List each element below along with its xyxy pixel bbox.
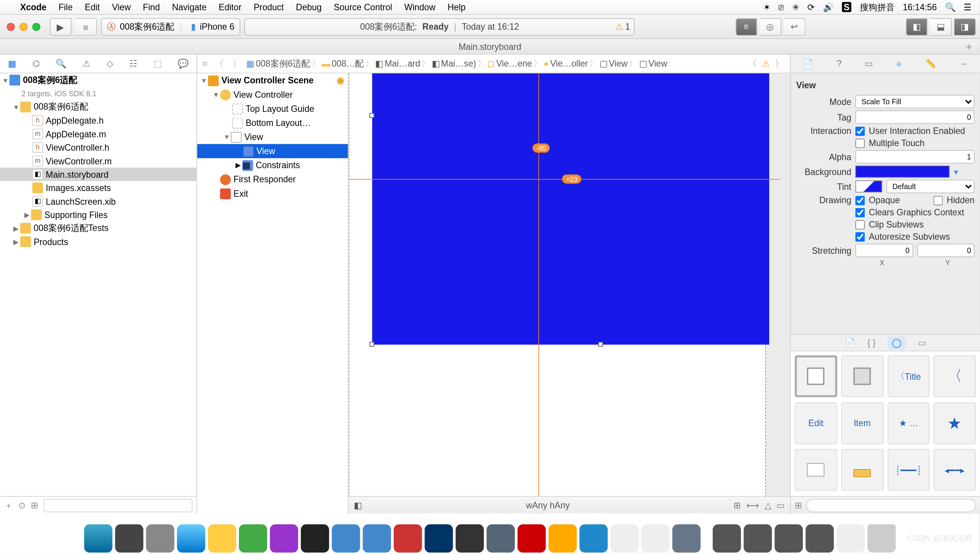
guide-row[interactable]: Top Layout Guide — [197, 102, 348, 116]
dock-terminal[interactable] — [301, 524, 329, 552]
group-row[interactable]: ▶Products — [0, 235, 197, 248]
menu-debug[interactable]: Debug — [296, 2, 322, 12]
toggle-debug-area[interactable]: ⬓ — [930, 18, 952, 35]
recent-filter-icon[interactable]: ⊙ — [18, 500, 25, 510]
opaque-checkbox[interactable] — [855, 196, 865, 205]
status-icon[interactable]: ⟳ — [807, 2, 815, 12]
guide-row[interactable]: Bottom Layout… — [197, 116, 348, 130]
code-snippet-library-icon[interactable]: { } — [867, 337, 876, 348]
library-item[interactable] — [795, 449, 837, 491]
resize-handle[interactable] — [369, 342, 374, 347]
dock-app[interactable] — [425, 524, 453, 552]
issue-navigator-icon[interactable]: ⚠ — [83, 59, 91, 69]
project-tree[interactable]: ▼ 008案例6适配 2 targets, iOS SDK 8.1 ▼008案例… — [0, 73, 197, 496]
volume-icon[interactable]: 🔊 — [823, 2, 834, 12]
file-row[interactable]: mViewController.m — [0, 154, 197, 167]
spotlight-icon[interactable]: 🔍 — [945, 2, 956, 12]
dock-finder[interactable] — [84, 524, 112, 552]
run-button[interactable]: ▶ — [50, 18, 72, 35]
menu-clock[interactable]: 16:14:56 — [903, 2, 937, 12]
next-issue[interactable]: 〉 — [771, 57, 787, 70]
file-row[interactable]: hViewController.h — [0, 141, 197, 154]
issue-icon[interactable]: ⚠ — [762, 59, 770, 69]
file-template-library-icon[interactable]: 📄 — [845, 337, 855, 348]
quick-help-icon[interactable]: ? — [837, 59, 842, 69]
media-library-icon[interactable]: ▭ — [918, 337, 926, 348]
file-row[interactable]: hAppDelegate.h — [0, 114, 197, 127]
menu-product[interactable]: Product — [254, 2, 284, 12]
library-item[interactable] — [841, 449, 883, 491]
report-navigator-icon[interactable]: 💬 — [178, 59, 188, 69]
mode-select[interactable]: Scale To Fill — [855, 95, 974, 108]
stop-button[interactable]: ■ — [75, 18, 97, 35]
stretch-y-field[interactable] — [917, 244, 974, 257]
status-icon[interactable]: ✶ — [763, 2, 770, 12]
scene-row[interactable]: ▼View Controller Scene◉ — [197, 73, 348, 88]
library-item[interactable]: ┊━━━┊ — [887, 449, 929, 491]
size-class-w[interactable]: wAny — [526, 500, 547, 510]
attributes-inspector-icon[interactable]: ⟐ — [896, 59, 902, 69]
dock-app[interactable] — [641, 524, 670, 552]
menu-editor[interactable]: Editor — [219, 2, 242, 12]
exit-row[interactable]: Exit — [197, 186, 348, 201]
test-navigator-icon[interactable]: ◇ — [107, 59, 113, 69]
group-row[interactable]: ▶Supporting Files — [0, 208, 197, 221]
toggle-navigator[interactable]: ◧ — [906, 18, 928, 35]
resizing-icon[interactable]: ▭ — [776, 500, 784, 510]
library-item[interactable]: Item — [841, 402, 883, 444]
constraints-row[interactable]: ▶▦Constraints — [197, 158, 348, 172]
resize-handle[interactable] — [369, 113, 374, 118]
tag-field[interactable] — [855, 110, 974, 124]
dock-app[interactable] — [270, 524, 298, 552]
size-class-h[interactable]: hAny — [550, 500, 570, 510]
forward-button[interactable]: 〉 — [229, 57, 245, 70]
library-item[interactable]: 〈 — [934, 355, 976, 397]
library-item[interactable]: Edit — [795, 402, 837, 444]
dock-filezilla[interactable] — [517, 524, 546, 552]
tab-title[interactable]: Main.storyboard — [458, 41, 521, 52]
dock-app[interactable] — [579, 524, 608, 552]
symbol-navigator-icon[interactable]: ⌬ — [32, 59, 40, 69]
file-inspector-icon[interactable]: 📄 — [802, 59, 813, 69]
menu-find[interactable]: Find — [143, 2, 160, 12]
resize-handle[interactable] — [598, 342, 603, 347]
dock-app[interactable] — [456, 524, 484, 552]
constraint-badge[interactable]: +23 — [562, 174, 581, 184]
align-icon[interactable]: ⊞ — [733, 500, 741, 510]
menu-view[interactable]: View — [112, 2, 130, 12]
toggle-utilities[interactable]: ◨ — [954, 18, 976, 35]
library-item[interactable] — [795, 355, 837, 397]
ime-name[interactable]: 搜狗拼音 — [860, 1, 895, 13]
multitouch-checkbox[interactable] — [855, 138, 865, 148]
file-row[interactable]: Images.xcassets — [0, 181, 197, 194]
stretch-x-field[interactable] — [855, 244, 913, 257]
tint-select[interactable]: Default — [886, 180, 975, 193]
notifications-icon[interactable]: ☰ — [964, 2, 972, 12]
status-icon[interactable]: ✳ — [792, 2, 799, 12]
object-library[interactable]: 〈 Title 〈 Edit Item ★ … ★ ┊━━━┊ ◂━━▸ — [791, 351, 980, 496]
dock-trash[interactable] — [867, 524, 896, 552]
dock-preview[interactable] — [672, 524, 700, 552]
dock-folder[interactable] — [713, 524, 741, 552]
file-row[interactable]: ◧LaunchScreen.xib — [0, 194, 197, 208]
clears-checkbox[interactable] — [855, 208, 865, 217]
related-items-icon[interactable]: ⌗ — [200, 58, 210, 69]
outline-toggle-icon[interactable]: ◧ — [354, 500, 362, 510]
library-item[interactable] — [841, 355, 883, 397]
dock-folder[interactable] — [805, 524, 834, 552]
issues-button[interactable]: ⚠1 — [615, 22, 630, 32]
menu-help[interactable]: Help — [447, 2, 465, 12]
window-close[interactable] — [7, 22, 15, 30]
jump-bar[interactable]: ⌗ 〈 〉 ▦ 008案例6适配〉 ▬ 008…配〉 ◧ Mai…ard〉 ◧ … — [197, 54, 790, 73]
library-item[interactable]: 〈 Title — [887, 355, 929, 397]
selected-view[interactable] — [372, 73, 769, 345]
menu-source-control[interactable]: Source Control — [334, 2, 392, 12]
file-row-selected[interactable]: ◧Main.storyboard — [0, 167, 197, 181]
menu-navigate[interactable]: Navigate — [172, 2, 207, 12]
identity-inspector-icon[interactable]: ▭ — [865, 59, 873, 69]
editor-version[interactable]: ↩ — [784, 18, 805, 35]
group-row[interactable]: ▼008案例6适配 — [0, 100, 197, 114]
dock-app[interactable] — [487, 524, 515, 552]
view-row[interactable]: ▼View — [197, 130, 348, 144]
first-responder-row[interactable]: First Responder — [197, 172, 348, 186]
